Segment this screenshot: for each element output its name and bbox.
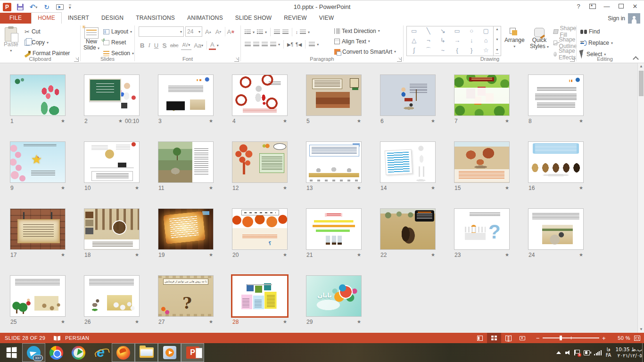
slide-thumbnail-4[interactable] (232, 74, 288, 116)
minimize-button[interactable]: — (600, 1, 614, 11)
slide-thumbnail-16[interactable] (528, 141, 584, 183)
slide-thumbnail-8[interactable] (528, 74, 584, 116)
zoom-out-button[interactable]: − (533, 335, 543, 342)
slide-thumbnail-11[interactable] (158, 141, 214, 183)
shrink-font-button[interactable]: A▾ (214, 27, 223, 36)
shape-glyph-icon[interactable]: ▢ (483, 27, 489, 34)
shape-glyph-icon[interactable]: ↓ (470, 37, 473, 44)
language-switcher[interactable]: فا FA (606, 347, 611, 358)
clipboard-dialog-launcher[interactable]: ↘ (74, 57, 79, 62)
font-color-button[interactable]: A (209, 41, 216, 50)
justify-button[interactable]: ▾ (270, 40, 280, 49)
shape-glyph-icon[interactable]: } (471, 47, 472, 54)
animation-star-icon[interactable]: ★ (357, 319, 361, 324)
shapes-gallery-scrollbar[interactable]: ▲▼▼— (494, 26, 501, 56)
find-button[interactable]: Find (580, 27, 613, 36)
slide-thumbnail-10[interactable] (84, 141, 140, 183)
character-spacing-button[interactable]: AV▾ (181, 41, 192, 50)
slide-thumbnail-24[interactable] (528, 208, 584, 250)
slide-sorter-view-button[interactable] (487, 333, 501, 343)
network-signal-icon[interactable] (594, 350, 602, 355)
user-avatar[interactable] (628, 13, 640, 24)
slide-thumbnail-25[interactable] (10, 275, 66, 317)
shape-glyph-icon[interactable]: ~ (441, 47, 445, 54)
animation-star-icon[interactable]: ★ (505, 252, 509, 257)
animation-star-icon[interactable]: ★ (61, 252, 65, 257)
animation-star-icon[interactable]: ★ (505, 185, 509, 190)
shape-glyph-icon[interactable]: ○ (470, 27, 473, 34)
slide-thumbnail-21[interactable] (306, 208, 362, 250)
shape-glyph-icon[interactable]: ↳ (440, 37, 446, 44)
strikethrough-button[interactable]: abc (169, 41, 180, 50)
slide-sorter-pane[interactable]: 1★2★00:103★4★5★6★7★8★?9★10★11★12★13★14★1… (0, 63, 644, 333)
zoom-slider-thumb[interactable] (560, 336, 562, 340)
animation-star-icon[interactable]: ★ (209, 185, 213, 190)
slide-thumbnail-20[interactable]: ؟ (232, 208, 288, 250)
animation-star-icon[interactable]: ★ (283, 319, 287, 324)
bold-button[interactable]: B (139, 41, 146, 50)
copy-button[interactable]: Copy▾ (25, 38, 70, 47)
decrease-indent-button[interactable] (274, 27, 280, 37)
slide-thumbnail-19[interactable] (158, 208, 214, 250)
increase-indent-button[interactable] (282, 27, 289, 37)
shape-glyph-icon[interactable]: ↘ (440, 27, 446, 34)
taskbar-firefox[interactable] (112, 343, 135, 362)
columns-button[interactable]: ▾ (309, 40, 319, 49)
slide-thumbnail-29[interactable]: پایان (306, 275, 362, 317)
animation-star-icon[interactable]: ★ (579, 118, 583, 123)
tab-transitions[interactable]: TRANSITIONS (130, 13, 181, 24)
slide-thumbnail-7[interactable] (454, 74, 510, 116)
grow-font-button[interactable]: A▴ (204, 27, 213, 36)
zoom-percentage[interactable]: 50 % (612, 335, 630, 341)
slide-thumbnail-5[interactable] (306, 74, 362, 116)
animation-star-icon[interactable]: ★ (283, 185, 287, 190)
shape-glyph-icon[interactable]: ☆ (483, 47, 489, 54)
tray-expand-chevron[interactable] (556, 351, 561, 354)
animation-star-icon[interactable]: ★ (283, 118, 287, 123)
tab-review[interactable]: REVIEW (278, 13, 313, 24)
animation-star-icon[interactable]: ★ (135, 252, 139, 257)
volume-icon[interactable] (565, 350, 570, 355)
scrollbar-thumb[interactable] (639, 71, 644, 96)
slide-thumbnail-18[interactable] (84, 208, 140, 250)
animation-star-icon[interactable]: ★ (135, 185, 139, 190)
taskbar-media-player[interactable] (158, 343, 181, 362)
reset-button[interactable]: Reset (103, 38, 134, 47)
align-right-button[interactable] (262, 40, 268, 49)
animation-star-icon[interactable]: ★ (431, 252, 435, 257)
tab-animations[interactable]: ANIMATIONS (181, 13, 229, 24)
animation-star-icon[interactable]: ★ (209, 252, 213, 257)
animation-star-icon[interactable]: ★ (357, 252, 361, 257)
tab-home[interactable]: HOME (31, 12, 62, 24)
zoom-in-button[interactable]: + (599, 335, 609, 342)
shape-glyph-icon[interactable]: ▭ (411, 27, 417, 34)
restore-button[interactable] (614, 1, 628, 11)
slide-thumbnail-13[interactable] (306, 141, 362, 183)
shape-glyph-icon[interactable]: { (456, 47, 458, 54)
scroll-down-arrow[interactable]: ▼ (638, 326, 644, 333)
arrange-button[interactable]: Arrange▾ (504, 26, 525, 49)
taskbar-telegram[interactable]: 337 (22, 343, 45, 362)
new-slide-button[interactable]: New Slide ▾ (83, 25, 99, 51)
tab-slide-show[interactable]: SLIDE SHOW (229, 13, 278, 24)
tab-view[interactable]: VIEW (313, 13, 340, 24)
action-center-flag-icon[interactable]: ✕ (574, 350, 579, 355)
align-center-button[interactable] (253, 40, 259, 49)
animation-star-icon[interactable]: ★ (579, 252, 583, 257)
slide-thumbnail-17[interactable] (10, 208, 66, 250)
tab-insert[interactable]: INSERT (62, 13, 95, 24)
shape-glyph-icon[interactable]: ⌒ (425, 46, 431, 55)
layout-button[interactable]: Layout▾ (103, 27, 134, 36)
language-indicator[interactable]: PERSIAN (65, 335, 89, 341)
line-spacing-button[interactable]: ↕▾ (296, 27, 310, 37)
paste-button[interactable]: Paste▾ (4, 25, 18, 54)
taskbar-internet-explorer[interactable]: e (90, 343, 112, 362)
animation-star-icon[interactable]: ★ (135, 319, 139, 324)
ribbon-display-options-button[interactable] (586, 1, 600, 11)
slide-thumbnail-27[interactable]: ?با چه روش هایی می توانیم از فرسایش خاک … (158, 275, 214, 317)
sign-in-link[interactable]: Sign in (608, 15, 625, 22)
cut-button[interactable]: ✂Cut (25, 27, 70, 36)
animation-star-icon[interactable]: ★ (209, 319, 213, 324)
vertical-scrollbar[interactable]: ▲ ▼ (637, 63, 644, 333)
slide-thumbnail-1[interactable] (10, 74, 66, 116)
